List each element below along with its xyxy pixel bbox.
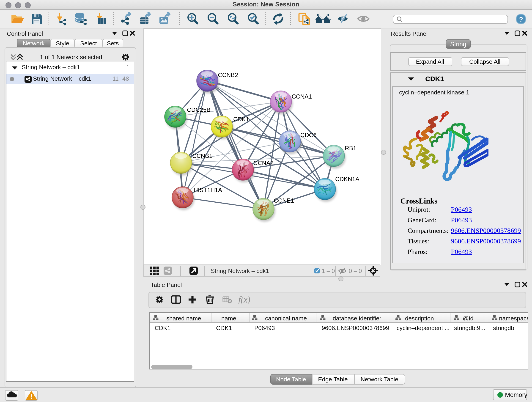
svg-text:CCNB1: CCNB1 xyxy=(192,153,212,159)
svg-text:HIST1H1A: HIST1H1A xyxy=(194,186,222,193)
svg-text:shared name: shared name xyxy=(166,315,201,322)
svg-text:CDK1: CDK1 xyxy=(233,116,249,123)
svg-text:cyclin–dependent ...: cyclin–dependent ... xyxy=(397,325,450,332)
svg-text:canonical name: canonical name xyxy=(265,315,307,322)
svg-text:CDK1: CDK1 xyxy=(216,325,232,332)
svg-text:CCNA1: CCNA1 xyxy=(292,93,312,100)
svg-text:CDK1: CDK1 xyxy=(155,325,171,332)
svg-text:CCNA2: CCNA2 xyxy=(253,160,273,166)
svg-text:CCNE1: CCNE1 xyxy=(274,197,294,204)
svg-text:RB1: RB1 xyxy=(345,145,356,152)
svg-text:1 of 1 Network selected: 1 of 1 Network selected xyxy=(40,54,102,61)
svg-text:@id: @id xyxy=(463,315,474,322)
svg-text:String Network – cdk1: String Network – cdk1 xyxy=(211,268,269,274)
svg-text:0 – 0: 0 – 0 xyxy=(349,268,362,274)
svg-text:name: name xyxy=(221,315,236,322)
svg-text:CDC6: CDC6 xyxy=(300,132,317,138)
svg-text:stringdb: stringdb xyxy=(493,325,514,332)
svg-text:?: ? xyxy=(519,15,523,23)
svg-text:9606.ENSP00000378699: 9606.ENSP00000378699 xyxy=(322,325,389,332)
svg-text:CDKN1A: CDKN1A xyxy=(335,176,360,182)
svg-text:stringdb:9...: stringdb:9... xyxy=(454,325,485,332)
svg-text:CCNB2: CCNB2 xyxy=(218,71,238,78)
svg-text:CDC25B: CDC25B xyxy=(187,106,210,113)
svg-text:namespace: namespace xyxy=(499,315,528,322)
svg-text:f(x): f(x) xyxy=(238,295,250,305)
svg-text:description: description xyxy=(405,315,434,322)
svg-text:P06493: P06493 xyxy=(254,325,275,332)
svg-text:database identifier: database identifier xyxy=(333,315,381,322)
svg-text:1 – 0: 1 – 0 xyxy=(322,268,335,274)
